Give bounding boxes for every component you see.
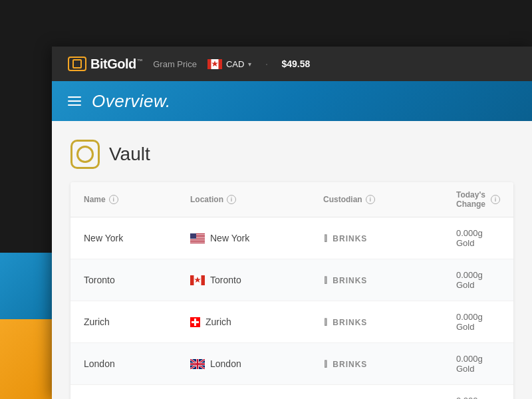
trademark: ™	[137, 58, 143, 65]
brinks-label: ⫿ BRINKS	[323, 232, 367, 244]
page-title: Overview.	[92, 91, 171, 112]
menu-button[interactable]	[68, 96, 81, 106]
table-row[interactable]: New York	[70, 217, 513, 259]
table-row[interactable]: London London ⫿ BRINKS 0.	[70, 343, 513, 385]
col-header-name: Name i	[84, 190, 190, 209]
col-location-label: Location	[190, 195, 223, 204]
change-info-icon[interactable]: i	[491, 195, 500, 204]
cell-custodian: ⫿ BRINKS	[323, 232, 456, 244]
table-header: Name i Location i Custodian i Today's Ch…	[70, 182, 513, 217]
svg-rect-15	[190, 241, 205, 242]
custodian-info-icon[interactable]: i	[366, 195, 375, 204]
currency-selector[interactable]: CAD ▾	[207, 59, 251, 69]
location-text: New York	[210, 233, 249, 243]
cell-name: New York	[84, 233, 190, 243]
svg-rect-16	[190, 242, 205, 243]
table-row[interactable]: Dubai Dubai ⫿ BRINKS 0.000g Gold	[70, 385, 513, 399]
location-text: London	[210, 358, 241, 369]
location-text: Zurich	[205, 317, 231, 327]
cell-name: London	[84, 358, 190, 369]
cell-location: Zurich	[190, 317, 323, 327]
ca-flag-icon	[190, 275, 205, 285]
hamburger-line-2	[68, 100, 81, 102]
page-header: Overview.	[52, 81, 532, 121]
chevron-down-icon: ▾	[248, 61, 251, 68]
vault-title: Vault	[109, 144, 150, 165]
cell-change: 0.000g Gold	[456, 270, 500, 290]
cell-location: New York	[190, 233, 323, 243]
bg-left-orange-decoration	[0, 319, 52, 399]
brinks-label: ⫿ BRINKS	[323, 274, 367, 286]
cell-custodian: ⫿ BRINKS	[323, 316, 456, 328]
cell-custodian: ⫿ BRINKS	[323, 274, 456, 286]
logo-icon	[68, 57, 86, 71]
cell-name: Zurich	[84, 317, 190, 327]
svg-rect-19	[190, 275, 194, 285]
content-area: Vault Name i Location i Custodian i	[52, 121, 532, 399]
col-header-change: Today's Change i	[456, 190, 500, 209]
main-window: BitGold™ Gram Price CAD ▾ · $49.58 Overv…	[52, 47, 532, 399]
app-name: BitGold™	[90, 57, 142, 72]
vault-icon	[70, 140, 100, 169]
gb-flag-icon	[190, 359, 205, 369]
cell-location: London	[190, 358, 323, 369]
hamburger-line-1	[68, 96, 81, 98]
col-header-custodian: Custodian i	[323, 190, 456, 209]
vault-table: Name i Location i Custodian i Today's Ch…	[70, 182, 513, 399]
brinks-label: ⫿ BRINKS	[323, 358, 367, 370]
cell-location: Toronto	[190, 275, 323, 285]
svg-rect-11	[190, 239, 205, 239]
navbar: BitGold™ Gram Price CAD ▾ · $49.58	[52, 47, 532, 81]
logo: BitGold™	[68, 57, 142, 72]
location-info-icon[interactable]: i	[227, 195, 236, 204]
gram-price-label: Gram Price	[153, 59, 197, 69]
name-info-icon[interactable]: i	[109, 195, 118, 204]
col-custodian-label: Custodian	[323, 195, 362, 204]
canada-flag-icon	[207, 59, 222, 69]
nav-separator: ·	[265, 57, 268, 71]
svg-rect-14	[190, 241, 205, 241]
gram-price-value: $49.58	[281, 59, 310, 69]
svg-rect-1	[207, 59, 211, 69]
svg-rect-24	[192, 321, 199, 323]
currency-label: CAD	[226, 59, 244, 69]
svg-rect-12	[190, 239, 205, 240]
ch-flag-icon	[190, 317, 200, 327]
col-change-label: Today's Change	[456, 190, 487, 209]
us-flag-icon	[190, 233, 205, 243]
table-row[interactable]: Toronto Toronto ⫿ BRINKS 0.000g Gold	[70, 259, 513, 301]
vault-heading: Vault	[70, 140, 513, 169]
location-text: Toronto	[210, 275, 241, 285]
col-name-label: Name	[84, 195, 106, 204]
hamburger-line-3	[68, 104, 81, 106]
cell-custodian: ⫿ BRINKS	[323, 358, 456, 370]
svg-rect-20	[201, 275, 205, 285]
svg-rect-13	[190, 240, 205, 241]
cell-change: 0.000g Gold	[456, 354, 500, 374]
cell-change: 0.000g Gold	[456, 312, 500, 332]
app-title-text: BitGold	[90, 57, 136, 71]
cell-change: 0.000g Gold	[456, 396, 500, 399]
col-header-location: Location i	[190, 190, 323, 209]
cell-name: Toronto	[84, 275, 190, 285]
svg-rect-17	[190, 233, 196, 239]
cell-change: 0.000g Gold	[456, 228, 500, 248]
table-row[interactable]: Zurich Zurich ⫿ BRINKS 0.000g Gold	[70, 301, 513, 343]
brinks-label: ⫿ BRINKS	[323, 316, 367, 328]
svg-rect-2	[218, 59, 222, 69]
